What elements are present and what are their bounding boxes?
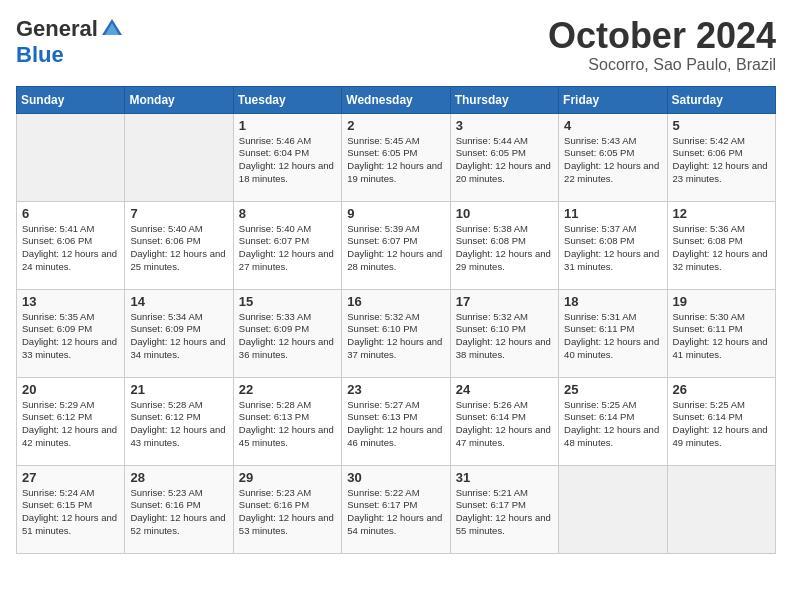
- cell-info: Sunrise: 5:21 AMSunset: 6:17 PMDaylight:…: [456, 487, 551, 536]
- week-row-3: 13Sunrise: 5:35 AMSunset: 6:09 PMDayligh…: [17, 289, 776, 377]
- cell-info: Sunrise: 5:44 AMSunset: 6:05 PMDaylight:…: [456, 135, 551, 184]
- day-number: 2: [347, 118, 444, 133]
- calendar-cell: 25Sunrise: 5:25 AMSunset: 6:14 PMDayligh…: [559, 377, 667, 465]
- calendar-cell: 24Sunrise: 5:26 AMSunset: 6:14 PMDayligh…: [450, 377, 558, 465]
- header-cell-wednesday: Wednesday: [342, 86, 450, 113]
- calendar-cell: 5Sunrise: 5:42 AMSunset: 6:06 PMDaylight…: [667, 113, 775, 201]
- cell-info: Sunrise: 5:39 AMSunset: 6:07 PMDaylight:…: [347, 223, 442, 272]
- day-number: 31: [456, 470, 553, 485]
- day-number: 27: [22, 470, 119, 485]
- logo-general-text: General: [16, 16, 98, 42]
- calendar-cell: [125, 113, 233, 201]
- location: Socorro, Sao Paulo, Brazil: [548, 56, 776, 74]
- day-number: 30: [347, 470, 444, 485]
- calendar-cell: 7Sunrise: 5:40 AMSunset: 6:06 PMDaylight…: [125, 201, 233, 289]
- calendar-cell: 4Sunrise: 5:43 AMSunset: 6:05 PMDaylight…: [559, 113, 667, 201]
- cell-info: Sunrise: 5:40 AMSunset: 6:07 PMDaylight:…: [239, 223, 334, 272]
- cell-info: Sunrise: 5:28 AMSunset: 6:13 PMDaylight:…: [239, 399, 334, 448]
- calendar-cell: 28Sunrise: 5:23 AMSunset: 6:16 PMDayligh…: [125, 465, 233, 553]
- day-number: 17: [456, 294, 553, 309]
- calendar-cell: 30Sunrise: 5:22 AMSunset: 6:17 PMDayligh…: [342, 465, 450, 553]
- calendar-cell: 2Sunrise: 5:45 AMSunset: 6:05 PMDaylight…: [342, 113, 450, 201]
- day-number: 24: [456, 382, 553, 397]
- week-row-1: 1Sunrise: 5:46 AMSunset: 6:04 PMDaylight…: [17, 113, 776, 201]
- calendar-cell: 20Sunrise: 5:29 AMSunset: 6:12 PMDayligh…: [17, 377, 125, 465]
- calendar-cell: [667, 465, 775, 553]
- cell-info: Sunrise: 5:33 AMSunset: 6:09 PMDaylight:…: [239, 311, 334, 360]
- week-row-4: 20Sunrise: 5:29 AMSunset: 6:12 PMDayligh…: [17, 377, 776, 465]
- cell-info: Sunrise: 5:35 AMSunset: 6:09 PMDaylight:…: [22, 311, 117, 360]
- header-cell-saturday: Saturday: [667, 86, 775, 113]
- day-number: 6: [22, 206, 119, 221]
- calendar-cell: 21Sunrise: 5:28 AMSunset: 6:12 PMDayligh…: [125, 377, 233, 465]
- day-number: 29: [239, 470, 336, 485]
- calendar-cell: 16Sunrise: 5:32 AMSunset: 6:10 PMDayligh…: [342, 289, 450, 377]
- day-number: 23: [347, 382, 444, 397]
- cell-info: Sunrise: 5:36 AMSunset: 6:08 PMDaylight:…: [673, 223, 768, 272]
- day-number: 16: [347, 294, 444, 309]
- calendar-cell: 9Sunrise: 5:39 AMSunset: 6:07 PMDaylight…: [342, 201, 450, 289]
- day-number: 18: [564, 294, 661, 309]
- cell-info: Sunrise: 5:34 AMSunset: 6:09 PMDaylight:…: [130, 311, 225, 360]
- calendar-cell: 6Sunrise: 5:41 AMSunset: 6:06 PMDaylight…: [17, 201, 125, 289]
- cell-info: Sunrise: 5:26 AMSunset: 6:14 PMDaylight:…: [456, 399, 551, 448]
- cell-info: Sunrise: 5:30 AMSunset: 6:11 PMDaylight:…: [673, 311, 768, 360]
- calendar-cell: 23Sunrise: 5:27 AMSunset: 6:13 PMDayligh…: [342, 377, 450, 465]
- cell-info: Sunrise: 5:32 AMSunset: 6:10 PMDaylight:…: [347, 311, 442, 360]
- cell-info: Sunrise: 5:25 AMSunset: 6:14 PMDaylight:…: [673, 399, 768, 448]
- cell-info: Sunrise: 5:29 AMSunset: 6:12 PMDaylight:…: [22, 399, 117, 448]
- day-number: 3: [456, 118, 553, 133]
- calendar-cell: 29Sunrise: 5:23 AMSunset: 6:16 PMDayligh…: [233, 465, 341, 553]
- day-number: 13: [22, 294, 119, 309]
- cell-info: Sunrise: 5:25 AMSunset: 6:14 PMDaylight:…: [564, 399, 659, 448]
- calendar-cell: 22Sunrise: 5:28 AMSunset: 6:13 PMDayligh…: [233, 377, 341, 465]
- calendar-cell: 3Sunrise: 5:44 AMSunset: 6:05 PMDaylight…: [450, 113, 558, 201]
- day-number: 11: [564, 206, 661, 221]
- cell-info: Sunrise: 5:40 AMSunset: 6:06 PMDaylight:…: [130, 223, 225, 272]
- calendar-cell: 31Sunrise: 5:21 AMSunset: 6:17 PMDayligh…: [450, 465, 558, 553]
- header-cell-sunday: Sunday: [17, 86, 125, 113]
- cell-info: Sunrise: 5:27 AMSunset: 6:13 PMDaylight:…: [347, 399, 442, 448]
- calendar-cell: 27Sunrise: 5:24 AMSunset: 6:15 PMDayligh…: [17, 465, 125, 553]
- cell-info: Sunrise: 5:31 AMSunset: 6:11 PMDaylight:…: [564, 311, 659, 360]
- calendar-cell: 13Sunrise: 5:35 AMSunset: 6:09 PMDayligh…: [17, 289, 125, 377]
- week-row-2: 6Sunrise: 5:41 AMSunset: 6:06 PMDaylight…: [17, 201, 776, 289]
- day-number: 8: [239, 206, 336, 221]
- day-number: 22: [239, 382, 336, 397]
- header-cell-tuesday: Tuesday: [233, 86, 341, 113]
- header-row: SundayMondayTuesdayWednesdayThursdayFrid…: [17, 86, 776, 113]
- calendar-cell: 10Sunrise: 5:38 AMSunset: 6:08 PMDayligh…: [450, 201, 558, 289]
- calendar-cell: 14Sunrise: 5:34 AMSunset: 6:09 PMDayligh…: [125, 289, 233, 377]
- cell-info: Sunrise: 5:23 AMSunset: 6:16 PMDaylight:…: [130, 487, 225, 536]
- calendar-table: SundayMondayTuesdayWednesdayThursdayFrid…: [16, 86, 776, 554]
- header-cell-monday: Monday: [125, 86, 233, 113]
- calendar-cell: [17, 113, 125, 201]
- cell-info: Sunrise: 5:24 AMSunset: 6:15 PMDaylight:…: [22, 487, 117, 536]
- day-number: 21: [130, 382, 227, 397]
- calendar-cell: 26Sunrise: 5:25 AMSunset: 6:14 PMDayligh…: [667, 377, 775, 465]
- day-number: 12: [673, 206, 770, 221]
- calendar-cell: 15Sunrise: 5:33 AMSunset: 6:09 PMDayligh…: [233, 289, 341, 377]
- cell-info: Sunrise: 5:41 AMSunset: 6:06 PMDaylight:…: [22, 223, 117, 272]
- day-number: 14: [130, 294, 227, 309]
- day-number: 20: [22, 382, 119, 397]
- day-number: 5: [673, 118, 770, 133]
- cell-info: Sunrise: 5:43 AMSunset: 6:05 PMDaylight:…: [564, 135, 659, 184]
- day-number: 10: [456, 206, 553, 221]
- cell-info: Sunrise: 5:23 AMSunset: 6:16 PMDaylight:…: [239, 487, 334, 536]
- cell-info: Sunrise: 5:38 AMSunset: 6:08 PMDaylight:…: [456, 223, 551, 272]
- day-number: 25: [564, 382, 661, 397]
- day-number: 15: [239, 294, 336, 309]
- calendar-cell: 12Sunrise: 5:36 AMSunset: 6:08 PMDayligh…: [667, 201, 775, 289]
- cell-info: Sunrise: 5:42 AMSunset: 6:06 PMDaylight:…: [673, 135, 768, 184]
- cell-info: Sunrise: 5:28 AMSunset: 6:12 PMDaylight:…: [130, 399, 225, 448]
- header-cell-friday: Friday: [559, 86, 667, 113]
- calendar-cell: 1Sunrise: 5:46 AMSunset: 6:04 PMDaylight…: [233, 113, 341, 201]
- cell-info: Sunrise: 5:22 AMSunset: 6:17 PMDaylight:…: [347, 487, 442, 536]
- logo: General Blue: [16, 16, 124, 68]
- day-number: 9: [347, 206, 444, 221]
- day-number: 19: [673, 294, 770, 309]
- day-number: 7: [130, 206, 227, 221]
- cell-info: Sunrise: 5:45 AMSunset: 6:05 PMDaylight:…: [347, 135, 442, 184]
- calendar-cell: 8Sunrise: 5:40 AMSunset: 6:07 PMDaylight…: [233, 201, 341, 289]
